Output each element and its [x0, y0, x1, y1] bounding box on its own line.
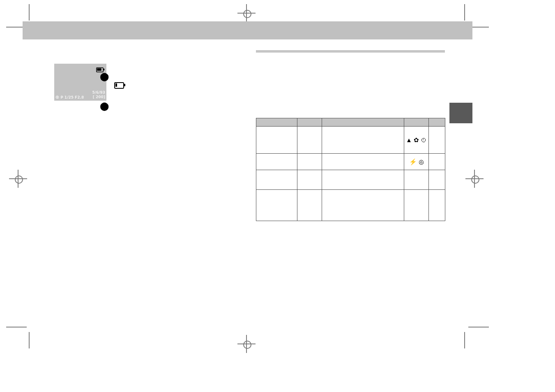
table-header	[404, 118, 429, 127]
crop-mark	[468, 327, 489, 327]
table-header	[429, 118, 445, 127]
page-header-band	[23, 21, 472, 39]
flower-icon: ✿	[414, 136, 419, 144]
crop-mark	[464, 4, 465, 21]
pointer-full-droplet-icon: ⬤	[100, 72, 109, 81]
flash-icon: ⚡	[409, 158, 417, 166]
table-header	[256, 118, 297, 127]
table-header	[322, 118, 404, 127]
table-header	[297, 118, 322, 127]
battery-low-icon	[114, 81, 124, 89]
table-row	[256, 170, 445, 190]
timer-icon: ⏲	[421, 136, 427, 143]
camera-status-right: 5/6/93 [ 200]	[92, 90, 105, 99]
camera-status-left: ⦿ P 1/25 F2.8	[55, 95, 84, 99]
crop-mark	[464, 332, 465, 348]
table-row: ⚡◎	[256, 154, 445, 170]
settings-table: ▲✿⏲ ⚡◎	[256, 118, 445, 221]
registration-mark-right	[465, 170, 484, 188]
target-icon: ◎	[419, 158, 424, 166]
table-row: ▲✿⏲	[256, 127, 445, 154]
crop-mark	[29, 332, 30, 348]
registration-mark-top	[237, 4, 256, 22]
pointer-empty-droplet-icon: ⬤	[100, 102, 109, 110]
crop-mark	[6, 327, 27, 327]
registration-mark-left	[9, 170, 27, 188]
column-header-bar	[256, 50, 445, 53]
camera-lcd-thumbnail: 5/6/93 [ 200] ⦿ P 1/25 F2.8	[54, 64, 106, 101]
battery-full-icon	[96, 67, 104, 72]
symbols-cell: ▲✿⏲	[404, 127, 429, 154]
crop-mark	[29, 4, 30, 21]
mountain-icon: ▲	[406, 136, 412, 143]
table-row	[256, 190, 445, 221]
registration-mark-bottom	[237, 335, 256, 353]
symbols-cell: ⚡◎	[404, 154, 429, 170]
thumb-index-tab	[449, 103, 472, 123]
